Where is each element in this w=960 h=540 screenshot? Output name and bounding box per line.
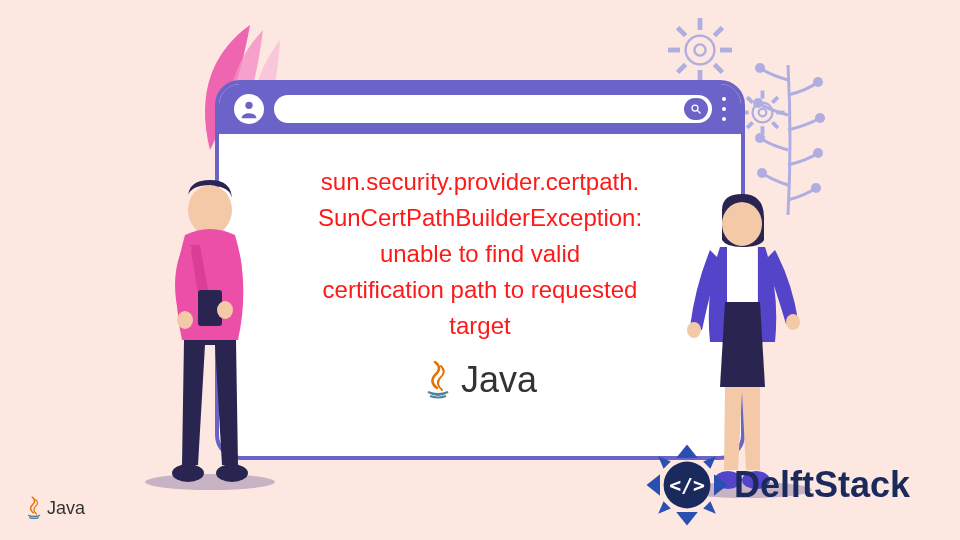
svg-text:</>: </> [669, 474, 705, 497]
svg-line-7 [714, 64, 722, 72]
svg-point-29 [692, 105, 698, 111]
delftstack-text: DelftStack [734, 464, 910, 506]
svg-point-35 [172, 464, 204, 482]
svg-point-28 [245, 102, 252, 109]
delftstack-logo: </> DelftStack [642, 440, 910, 530]
java-logo: Java [219, 359, 741, 401]
svg-point-41 [786, 314, 800, 330]
svg-point-21 [813, 77, 823, 87]
delftstack-emblem-icon: </> [642, 440, 732, 530]
svg-point-26 [757, 168, 767, 178]
java-logo-small: Java [25, 496, 85, 520]
svg-point-27 [811, 183, 821, 193]
svg-point-40 [687, 322, 701, 338]
error-line: SunCertPathBuilderException: [249, 200, 711, 236]
error-message: sun.security.provider.certpath. SunCertP… [219, 134, 741, 354]
svg-point-0 [686, 36, 715, 65]
error-line: target [249, 308, 711, 344]
svg-line-6 [678, 28, 686, 36]
error-line: sun.security.provider.certpath. [249, 164, 711, 200]
svg-line-30 [698, 111, 701, 114]
search-icon [690, 103, 702, 115]
svg-point-31 [188, 185, 232, 235]
svg-point-33 [177, 311, 193, 329]
java-steam-icon [423, 360, 453, 400]
svg-point-24 [755, 133, 765, 143]
svg-point-22 [753, 98, 763, 108]
svg-point-20 [755, 63, 765, 73]
browser-header [219, 84, 741, 134]
java-steam-icon [25, 496, 43, 520]
error-line: certification path to requested [249, 272, 711, 308]
svg-point-25 [813, 148, 823, 158]
person-left-illustration [150, 175, 270, 485]
gear-icon [660, 10, 740, 90]
search-input[interactable] [274, 95, 712, 123]
error-line: unable to find valid [249, 236, 711, 272]
java-logo-text: Java [461, 359, 537, 401]
svg-point-34 [217, 301, 233, 319]
java-logo-small-text: Java [47, 498, 85, 519]
svg-point-38 [722, 202, 762, 246]
kebab-menu-icon[interactable] [722, 97, 726, 121]
svg-point-1 [694, 44, 705, 55]
search-button[interactable] [684, 98, 708, 120]
profile-icon[interactable] [234, 94, 264, 124]
browser-window: sun.security.provider.certpath. SunCertP… [215, 80, 745, 460]
svg-point-23 [815, 113, 825, 123]
svg-line-9 [678, 64, 686, 72]
svg-rect-39 [727, 247, 757, 302]
svg-line-8 [714, 28, 722, 36]
svg-point-36 [216, 464, 248, 482]
